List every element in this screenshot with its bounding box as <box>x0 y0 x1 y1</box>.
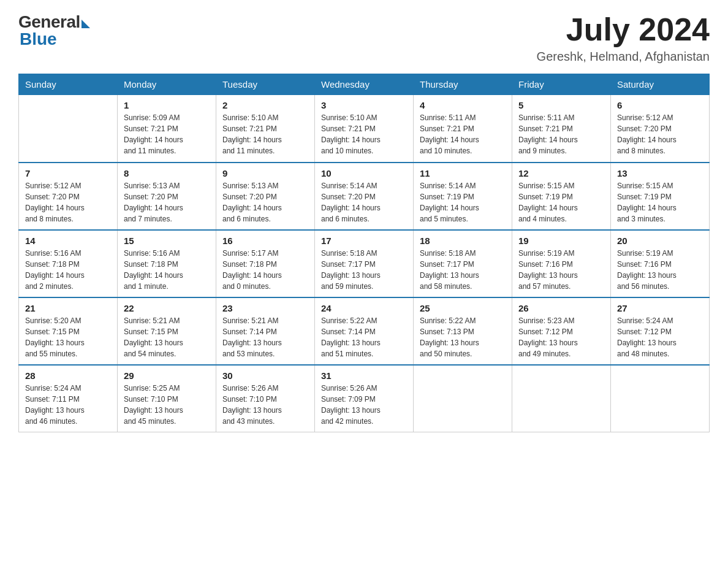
day-number: 1 <box>124 100 210 110</box>
calendar-cell <box>19 95 118 163</box>
day-info: Sunrise: 5:10 AM Sunset: 7:21 PM Dayligh… <box>321 112 407 156</box>
day-number: 22 <box>124 303 210 313</box>
calendar-cell: 6Sunrise: 5:12 AM Sunset: 7:20 PM Daylig… <box>611 95 710 163</box>
day-info: Sunrise: 5:26 AM Sunset: 7:10 PM Dayligh… <box>222 383 308 427</box>
logo: General Blue <box>18 12 90 49</box>
logo-arrow-icon <box>82 20 90 28</box>
day-number: 27 <box>617 303 703 313</box>
location-subtitle: Gereshk, Helmand, Afghanistan <box>537 50 710 64</box>
day-info: Sunrise: 5:22 AM Sunset: 7:13 PM Dayligh… <box>420 315 506 359</box>
day-info: Sunrise: 5:18 AM Sunset: 7:17 PM Dayligh… <box>420 248 506 292</box>
calendar-cell: 2Sunrise: 5:10 AM Sunset: 7:21 PM Daylig… <box>216 95 315 163</box>
column-header-saturday: Saturday <box>611 74 710 95</box>
column-header-sunday: Sunday <box>19 74 118 95</box>
calendar-cell: 27Sunrise: 5:24 AM Sunset: 7:12 PM Dayli… <box>611 297 710 365</box>
calendar-cell: 23Sunrise: 5:21 AM Sunset: 7:14 PM Dayli… <box>216 297 315 365</box>
day-number: 17 <box>321 236 407 246</box>
day-info: Sunrise: 5:24 AM Sunset: 7:12 PM Dayligh… <box>617 315 703 359</box>
day-info: Sunrise: 5:20 AM Sunset: 7:15 PM Dayligh… <box>25 315 111 359</box>
day-number: 30 <box>222 370 308 381</box>
calendar-cell: 16Sunrise: 5:17 AM Sunset: 7:18 PM Dayli… <box>216 230 315 297</box>
day-info: Sunrise: 5:13 AM Sunset: 7:20 PM Dayligh… <box>124 180 210 224</box>
day-number: 8 <box>124 168 210 178</box>
day-number: 26 <box>518 303 604 313</box>
day-info: Sunrise: 5:11 AM Sunset: 7:21 PM Dayligh… <box>420 112 506 156</box>
column-header-thursday: Thursday <box>414 74 512 95</box>
calendar-cell: 15Sunrise: 5:16 AM Sunset: 7:18 PM Dayli… <box>118 230 216 297</box>
day-number: 28 <box>25 370 111 381</box>
day-number: 13 <box>617 168 703 178</box>
calendar-cell: 9Sunrise: 5:13 AM Sunset: 7:20 PM Daylig… <box>216 163 315 230</box>
day-number: 14 <box>25 236 111 246</box>
day-info: Sunrise: 5:25 AM Sunset: 7:10 PM Dayligh… <box>124 383 210 427</box>
calendar-cell: 19Sunrise: 5:19 AM Sunset: 7:16 PM Dayli… <box>512 230 611 297</box>
calendar-cell: 13Sunrise: 5:15 AM Sunset: 7:19 PM Dayli… <box>611 163 710 230</box>
day-number: 11 <box>420 168 506 178</box>
day-number: 2 <box>222 100 308 110</box>
calendar-header-row: SundayMondayTuesdayWednesdayThursdayFrid… <box>19 74 710 95</box>
calendar-cell: 7Sunrise: 5:12 AM Sunset: 7:20 PM Daylig… <box>19 163 118 230</box>
day-info: Sunrise: 5:24 AM Sunset: 7:11 PM Dayligh… <box>25 383 111 427</box>
day-info: Sunrise: 5:18 AM Sunset: 7:17 PM Dayligh… <box>321 248 407 292</box>
day-info: Sunrise: 5:14 AM Sunset: 7:19 PM Dayligh… <box>420 180 506 224</box>
calendar-cell: 28Sunrise: 5:24 AM Sunset: 7:11 PM Dayli… <box>19 365 118 432</box>
day-info: Sunrise: 5:21 AM Sunset: 7:14 PM Dayligh… <box>222 315 308 359</box>
calendar-cell: 10Sunrise: 5:14 AM Sunset: 7:20 PM Dayli… <box>315 163 414 230</box>
calendar-week-row: 21Sunrise: 5:20 AM Sunset: 7:15 PM Dayli… <box>19 297 710 365</box>
logo-blue-text: Blue <box>18 29 57 49</box>
day-number: 12 <box>518 168 604 178</box>
month-year-title: July 2024 <box>537 12 710 47</box>
day-number: 23 <box>222 303 308 313</box>
calendar-cell: 5Sunrise: 5:11 AM Sunset: 7:21 PM Daylig… <box>512 95 611 163</box>
calendar-cell: 24Sunrise: 5:22 AM Sunset: 7:14 PM Dayli… <box>315 297 414 365</box>
calendar-cell: 3Sunrise: 5:10 AM Sunset: 7:21 PM Daylig… <box>315 95 414 163</box>
day-number: 24 <box>321 303 407 313</box>
day-number: 19 <box>518 236 604 246</box>
day-number: 7 <box>25 168 111 178</box>
day-info: Sunrise: 5:16 AM Sunset: 7:18 PM Dayligh… <box>124 248 210 292</box>
calendar-cell: 12Sunrise: 5:15 AM Sunset: 7:19 PM Dayli… <box>512 163 611 230</box>
day-number: 15 <box>124 236 210 246</box>
calendar-cell: 14Sunrise: 5:16 AM Sunset: 7:18 PM Dayli… <box>19 230 118 297</box>
calendar-cell: 17Sunrise: 5:18 AM Sunset: 7:17 PM Dayli… <box>315 230 414 297</box>
calendar-cell: 31Sunrise: 5:26 AM Sunset: 7:09 PM Dayli… <box>315 365 414 432</box>
calendar-cell <box>512 365 611 432</box>
calendar-cell: 30Sunrise: 5:26 AM Sunset: 7:10 PM Dayli… <box>216 365 315 432</box>
day-info: Sunrise: 5:12 AM Sunset: 7:20 PM Dayligh… <box>25 180 111 224</box>
page-header: General Blue July 2024 Gereshk, Helmand,… <box>18 12 710 64</box>
calendar-week-row: 1Sunrise: 5:09 AM Sunset: 7:21 PM Daylig… <box>19 95 710 163</box>
day-number: 16 <box>222 236 308 246</box>
calendar-cell: 1Sunrise: 5:09 AM Sunset: 7:21 PM Daylig… <box>118 95 216 163</box>
calendar-week-row: 14Sunrise: 5:16 AM Sunset: 7:18 PM Dayli… <box>19 230 710 297</box>
day-info: Sunrise: 5:26 AM Sunset: 7:09 PM Dayligh… <box>321 383 407 427</box>
day-info: Sunrise: 5:23 AM Sunset: 7:12 PM Dayligh… <box>518 315 604 359</box>
day-info: Sunrise: 5:19 AM Sunset: 7:16 PM Dayligh… <box>518 248 604 292</box>
day-number: 6 <box>617 100 703 110</box>
calendar-table: SundayMondayTuesdayWednesdayThursdayFrid… <box>18 74 710 432</box>
day-number: 21 <box>25 303 111 313</box>
day-info: Sunrise: 5:10 AM Sunset: 7:21 PM Dayligh… <box>222 112 308 156</box>
calendar-cell <box>414 365 512 432</box>
calendar-week-row: 28Sunrise: 5:24 AM Sunset: 7:11 PM Dayli… <box>19 365 710 432</box>
day-number: 4 <box>420 100 506 110</box>
day-info: Sunrise: 5:12 AM Sunset: 7:20 PM Dayligh… <box>617 112 703 156</box>
calendar-cell: 11Sunrise: 5:14 AM Sunset: 7:19 PM Dayli… <box>414 163 512 230</box>
day-number: 3 <box>321 100 407 110</box>
calendar-cell <box>611 365 710 432</box>
day-info: Sunrise: 5:13 AM Sunset: 7:20 PM Dayligh… <box>222 180 308 224</box>
calendar-cell: 20Sunrise: 5:19 AM Sunset: 7:16 PM Dayli… <box>611 230 710 297</box>
title-area: July 2024 Gereshk, Helmand, Afghanistan <box>537 12 710 64</box>
calendar-cell: 8Sunrise: 5:13 AM Sunset: 7:20 PM Daylig… <box>118 163 216 230</box>
day-number: 10 <box>321 168 407 178</box>
calendar-cell: 29Sunrise: 5:25 AM Sunset: 7:10 PM Dayli… <box>118 365 216 432</box>
column-header-wednesday: Wednesday <box>315 74 414 95</box>
day-info: Sunrise: 5:15 AM Sunset: 7:19 PM Dayligh… <box>617 180 703 224</box>
day-info: Sunrise: 5:19 AM Sunset: 7:16 PM Dayligh… <box>617 248 703 292</box>
day-info: Sunrise: 5:22 AM Sunset: 7:14 PM Dayligh… <box>321 315 407 359</box>
day-info: Sunrise: 5:17 AM Sunset: 7:18 PM Dayligh… <box>222 248 308 292</box>
calendar-week-row: 7Sunrise: 5:12 AM Sunset: 7:20 PM Daylig… <box>19 163 710 230</box>
day-number: 25 <box>420 303 506 313</box>
calendar-cell: 21Sunrise: 5:20 AM Sunset: 7:15 PM Dayli… <box>19 297 118 365</box>
day-info: Sunrise: 5:15 AM Sunset: 7:19 PM Dayligh… <box>518 180 604 224</box>
calendar-cell: 25Sunrise: 5:22 AM Sunset: 7:13 PM Dayli… <box>414 297 512 365</box>
